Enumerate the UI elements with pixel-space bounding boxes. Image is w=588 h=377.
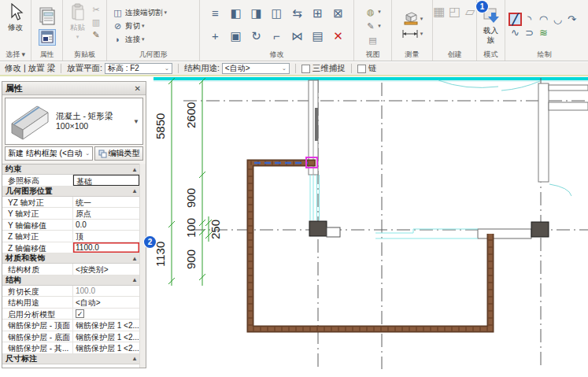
match-type-icon[interactable]: ✎ (91, 29, 102, 41)
modify-tool-icon[interactable]: ⇆ (287, 2, 308, 24)
plan-view[interactable]: 5850 1130 2600 900 100 900 250 (153, 76, 588, 377)
measure-button[interactable]: ▾ (401, 13, 423, 25)
dimension-lower-overall[interactable]: 1130 (153, 242, 167, 267)
property-row[interactable]: 剪切长度100.0 (2, 286, 139, 298)
placed-beams[interactable] (250, 163, 490, 329)
property-value[interactable]: 顶 (73, 231, 139, 242)
property-row[interactable]: 参照标高基础 (2, 175, 139, 187)
property-value[interactable]: 钢筋保护层 1 <2... (73, 342, 139, 353)
linework-button[interactable]: ✎▾ (364, 20, 381, 32)
section-header[interactable]: 结构▴ (2, 275, 139, 286)
type-selector-dropdown-icon[interactable]: ▼ (133, 118, 142, 125)
property-value[interactable]: ✓ (73, 309, 139, 320)
copy-icon[interactable]: ▥ (91, 17, 102, 28)
draw-line-tool-selected[interactable]: ╱ (508, 13, 522, 26)
modify-tool-icon[interactable]: ◫ (267, 2, 287, 24)
property-row[interactable]: 钢筋保护层 - 其...钢筋保护层 1 <2... (2, 342, 139, 354)
door-swing-arc[interactable] (501, 81, 540, 91)
property-value[interactable]: 统一 (73, 197, 139, 208)
draw-spline-icon[interactable]: ∿ (508, 26, 522, 39)
properties-header[interactable]: 属性 ✕ (2, 82, 146, 95)
instance-filter-combo[interactable]: 新建 结构框架 (<自动⌄ (5, 146, 93, 161)
property-value[interactable]: 原点 (73, 208, 139, 219)
properties-scrollbar[interactable] (139, 164, 146, 368)
modify-tool-icon[interactable]: ▣ (226, 24, 246, 47)
draw-arc-start-end-icon[interactable]: ◝ (523, 13, 536, 26)
property-value[interactable]: 基础 (73, 175, 139, 186)
property-value[interactable]: <自动> (73, 297, 139, 308)
dimension-2600[interactable]: 2600 (184, 102, 198, 128)
join-geometry-button[interactable]: ◗ 连接▾ (112, 33, 145, 46)
wall-branch-top[interactable] (549, 85, 588, 91)
section-header[interactable]: 约束▴ (2, 164, 139, 175)
section-header[interactable]: 材质和装饰▴ (2, 253, 139, 264)
create-parts-icon[interactable]: ▱ (464, 5, 476, 18)
drawing-area[interactable]: 5850 1130 2600 900 100 900 250 (153, 76, 588, 377)
property-row[interactable]: 钢筋保护层 - 顶面钢筋保护层 1 <2... (2, 320, 139, 331)
modify-tool-icon[interactable]: ≡ (205, 2, 226, 24)
modify-tool-icon[interactable]: ⌐ (267, 24, 287, 47)
modify-tool-icon[interactable]: ◨ (246, 2, 267, 24)
dimension-900-upper[interactable]: 900 (184, 188, 198, 208)
modify-tool-icon[interactable]: ✕ (328, 24, 349, 47)
property-value[interactable]: 钢筋保护层 1 <2... (73, 320, 139, 331)
modify-tool-icon[interactable]: + (205, 24, 226, 47)
property-value[interactable]: 0.0 (73, 220, 139, 231)
beam-outline[interactable] (250, 163, 490, 329)
property-row[interactable]: Y 轴偏移值0.0 (2, 220, 139, 231)
edit-type-button[interactable]: 编辑类型 (94, 146, 143, 161)
property-row[interactable]: 结构材质<按类别> (2, 264, 139, 275)
modify-tool-icon[interactable]: ⊞ (308, 2, 328, 24)
property-value[interactable]: <按类别> (73, 264, 139, 275)
wall-right[interactable] (538, 83, 549, 182)
property-row[interactable]: Y 轴对正原点 (2, 208, 139, 220)
property-row[interactable]: YZ 轴对正统一 (2, 197, 139, 209)
draw-partial-ellipse-icon[interactable]: ⊃ (523, 26, 536, 39)
create-assembly-icon[interactable]: ◰ (449, 5, 461, 18)
properties-palette-icon[interactable] (39, 7, 56, 26)
paste-button[interactable]: 粘贴 ▾ (68, 2, 88, 41)
modify-tool-icon[interactable]: ◧ (226, 2, 246, 24)
modify-tool-icon[interactable]: ↻ (246, 24, 267, 47)
placement-plane-select[interactable]: 标高 : F2⌄ (105, 63, 172, 74)
selected-beam-top[interactable] (153, 77, 588, 80)
property-value[interactable]: 钢筋保护层 1 <2... (73, 331, 139, 342)
dimension-100[interactable]: 100 (184, 218, 198, 238)
type-selector[interactable]: 混凝土 - 矩形梁 100×100 ▼ (5, 98, 143, 145)
wall-branch-mid[interactable] (549, 102, 588, 110)
analytical-model-checkbox[interactable]: ✓ (76, 309, 84, 318)
collapse-icon[interactable]: ▴ (133, 255, 136, 262)
panel-select-label[interactable]: 选择 ▾ (0, 50, 31, 61)
join-end-cut-button[interactable]: ◫ 连接端切割▾ (112, 6, 167, 19)
create-group-icon[interactable]: ▦ (433, 5, 446, 18)
property-row[interactable]: 钢筋保护层 - 底面钢筋保护层 1 <2... (2, 331, 139, 343)
property-value[interactable]: 1100.0 (73, 242, 139, 253)
wall-bottom-piece[interactable] (478, 229, 531, 238)
dimension-250[interactable]: 250 (209, 220, 222, 239)
door-swing-arc[interactable] (549, 184, 571, 196)
modify-button[interactable]: 修改 (6, 2, 26, 34)
cut-icon[interactable]: ✂ (91, 4, 102, 16)
section-header[interactable]: 尺寸标注▴ (2, 354, 139, 364)
snap-3d-checkbox[interactable] (301, 65, 310, 73)
property-value[interactable]: 100.0 (73, 286, 139, 297)
dimension-overall[interactable]: 5850 (153, 113, 167, 139)
close-icon[interactable]: ✕ (133, 84, 142, 93)
cut-profile-button[interactable]: ▤ (367, 34, 379, 46)
cut-geometry-button[interactable]: ⊘ 剪切▾ (112, 20, 145, 32)
properties-toggle-selected[interactable] (39, 29, 56, 46)
collapse-icon[interactable]: ▴ (133, 276, 136, 283)
property-row[interactable]: 启用分析模型✓ (2, 309, 139, 320)
chain-checkbox[interactable] (357, 65, 366, 73)
structural-usage-select[interactable]: <自动>⌄ (222, 63, 290, 74)
walls[interactable] (309, 80, 588, 238)
dimension-texts[interactable]: 5850 1130 2600 900 100 900 250 (153, 102, 222, 269)
section-header[interactable]: 几何图形位置▴ (2, 187, 139, 197)
column-attachment-box[interactable] (327, 227, 340, 237)
property-row[interactable]: 结构用途<自动> (2, 297, 139, 309)
modify-tool-icon[interactable]: ⊠ (328, 2, 349, 24)
modify-tool-icon[interactable]: ▤ (308, 24, 328, 47)
modify-tool-icon[interactable]: ⋈ (287, 24, 308, 47)
draw-arc-fillet-icon[interactable]: ↷ (565, 13, 579, 26)
dimension-900-lower[interactable]: 900 (184, 249, 198, 269)
